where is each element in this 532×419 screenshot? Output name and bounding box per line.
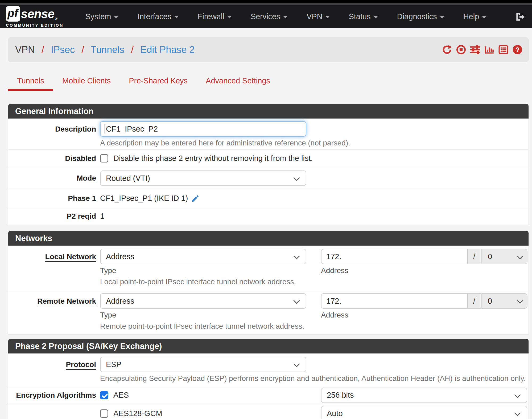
aes128-gcm-checkbox-label: AES128-GCM xyxy=(113,409,162,418)
sign-out-icon xyxy=(515,12,525,22)
remote-network-address-input[interactable] xyxy=(321,293,468,309)
disabled-label: Disabled xyxy=(8,154,96,163)
aes128-gcm-key-length-select[interactable]: Auto xyxy=(321,406,527,419)
general-information-section: General Information Description A descri… xyxy=(8,104,529,225)
pfsense-logo[interactable]: pfsense® COMMUNITY EDITION xyxy=(6,6,64,27)
p2-reqid-row: P2 reqid 1 xyxy=(8,207,529,225)
logo-edition-text: COMMUNITY EDITION xyxy=(6,23,64,27)
bar-chart-icon[interactable] xyxy=(484,45,494,55)
nav-item-system[interactable]: System xyxy=(76,12,128,21)
tab-pre-shared-keys[interactable]: Pre-Shared Keys xyxy=(120,76,197,91)
logo-sense-text: sense xyxy=(21,8,54,20)
phase1-label: Phase 1 xyxy=(8,194,96,203)
svg-text:?: ? xyxy=(515,46,519,53)
local-network-address-input[interactable] xyxy=(321,249,468,264)
remote-network-type-select[interactable]: Address xyxy=(100,293,306,309)
breadcrumb-vpn: VPN xyxy=(15,44,35,55)
nav-item-interfaces[interactable]: Interfaces xyxy=(128,12,188,21)
sliders-icon[interactable] xyxy=(470,45,480,55)
p2-reqid-value: 1 xyxy=(100,212,104,221)
chevron-down-icon xyxy=(325,16,330,18)
aes-checkbox-label: AES xyxy=(113,391,129,400)
navbar-menu: System Interfaces Firewall Services VPN … xyxy=(76,12,515,21)
mode-label: Mode xyxy=(8,174,96,182)
disabled-checkbox[interactable] xyxy=(100,154,108,162)
breadcrumb: VPN / IPsec / Tunnels / Edit Phase 2 xyxy=(15,44,195,55)
nav-item-services[interactable]: Services xyxy=(241,12,297,21)
breadcrumb-bar: VPN / IPsec / Tunnels / Edit Phase 2 xyxy=(8,37,529,62)
breadcrumb-tunnels-link[interactable]: Tunnels xyxy=(91,44,125,55)
remote-network-address-caption: Address xyxy=(321,311,529,319)
breadcrumb-ipsec-link[interactable]: IPsec xyxy=(51,44,75,55)
breadcrumb-edit-phase2-link[interactable]: Edit Phase 2 xyxy=(140,44,195,55)
local-network-help: Local point-to-point IPsec interface tun… xyxy=(100,278,529,286)
help-icon[interactable]: ? xyxy=(513,45,522,55)
protocol-label: Protocol xyxy=(8,357,96,384)
chevron-down-icon xyxy=(114,16,118,18)
window-top-edge xyxy=(0,0,532,3)
edit-phase1-button[interactable] xyxy=(191,194,200,203)
remote-network-type-caption: Type xyxy=(100,311,306,319)
chevron-down-icon xyxy=(227,16,232,18)
nav-item-firewall[interactable]: Firewall xyxy=(188,12,241,21)
logout-button[interactable] xyxy=(515,12,526,22)
encryption-aes-row: Encryption Algorithms AES 256 bits xyxy=(8,386,529,404)
nav-item-status[interactable]: Status xyxy=(339,12,387,21)
mode-row: Mode Routed (VTI) xyxy=(8,167,529,189)
section-title: General Information xyxy=(8,104,529,119)
remote-network-help: Remote point-to-point IPsec interface tu… xyxy=(100,322,529,331)
phase1-value: CF1_IPsec_P1 (IKE ID 1) xyxy=(100,194,188,203)
top-navbar: pfsense® COMMUNITY EDITION System Interf… xyxy=(0,5,532,28)
aes128-gcm-checkbox[interactable] xyxy=(100,409,108,418)
chevron-down-icon xyxy=(482,16,486,18)
refresh-icon[interactable] xyxy=(442,45,452,55)
pfsense-logo-text: pfsense® xyxy=(6,6,64,22)
list-icon[interactable] xyxy=(498,45,508,55)
p2-reqid-label: P2 reqid xyxy=(8,212,96,221)
description-help: A description may be entered here for ad… xyxy=(100,139,529,147)
breadcrumb-separator: / xyxy=(131,44,134,55)
address-mask-separator: / xyxy=(468,293,481,309)
pfsense-page: pfsense® COMMUNITY EDITION System Interf… xyxy=(0,0,532,419)
description-input[interactable] xyxy=(100,121,306,137)
local-network-type-select[interactable]: Address xyxy=(100,249,306,264)
local-network-row: Local Network Address Type / 0 Address xyxy=(8,246,529,290)
disabled-checkbox-label: Disable this phase 2 entry without remov… xyxy=(113,154,313,163)
section-title: Networks xyxy=(8,231,529,246)
remote-network-row: Remote Network Address Type / 0 Address xyxy=(8,290,529,334)
nav-item-vpn[interactable]: VPN xyxy=(297,12,339,21)
local-network-mask-select[interactable]: 0 xyxy=(481,249,527,264)
protocol-select[interactable]: ESP xyxy=(100,357,306,372)
address-mask-separator: / xyxy=(468,249,481,264)
encryption-aes128gcm-row: AES128-GCM Auto xyxy=(8,404,529,419)
pencil-icon xyxy=(191,194,200,203)
tab-tunnels[interactable]: Tunnels xyxy=(8,76,53,91)
local-network-address-caption: Address xyxy=(321,266,529,275)
remote-network-label: Remote Network xyxy=(8,293,96,333)
stop-icon[interactable] xyxy=(456,45,466,55)
nav-item-help[interactable]: Help xyxy=(454,12,496,21)
disabled-row: Disabled Disable this phase 2 entry with… xyxy=(8,150,529,167)
logo-registered-mark: ® xyxy=(55,17,57,21)
phase2-proposal-section: Phase 2 Proposal (SA/Key Exchange) Proto… xyxy=(8,339,529,419)
tab-advanced-settings[interactable]: Advanced Settings xyxy=(197,76,279,91)
section-title: Phase 2 Proposal (SA/Key Exchange) xyxy=(8,339,529,353)
nav-item-diagnostics[interactable]: Diagnostics xyxy=(387,12,454,21)
chevron-down-icon xyxy=(283,16,287,18)
chevron-down-icon xyxy=(440,16,444,18)
aes-checkbox[interactable] xyxy=(100,391,108,399)
page-action-icons: ? xyxy=(442,45,522,55)
aes-key-length-select[interactable]: 256 bits xyxy=(321,388,527,403)
window-chrome-strip xyxy=(0,3,532,5)
tab-mobile-clients[interactable]: Mobile Clients xyxy=(53,76,120,91)
remote-network-mask-select[interactable]: 0 xyxy=(481,293,527,309)
networks-section: Networks Local Network Address Type / 0 xyxy=(8,231,529,335)
chevron-down-icon xyxy=(174,16,179,18)
mode-select[interactable]: Routed (VTI) xyxy=(100,170,306,186)
encryption-algorithms-label: Encryption Algorithms xyxy=(8,391,96,400)
description-row: Description A description may be entered… xyxy=(8,119,529,150)
protocol-help: Encapsulating Security Payload (ESP) per… xyxy=(100,374,529,383)
chevron-down-icon xyxy=(374,16,378,18)
local-network-type-caption: Type xyxy=(100,266,306,275)
text-cursor xyxy=(105,124,105,133)
